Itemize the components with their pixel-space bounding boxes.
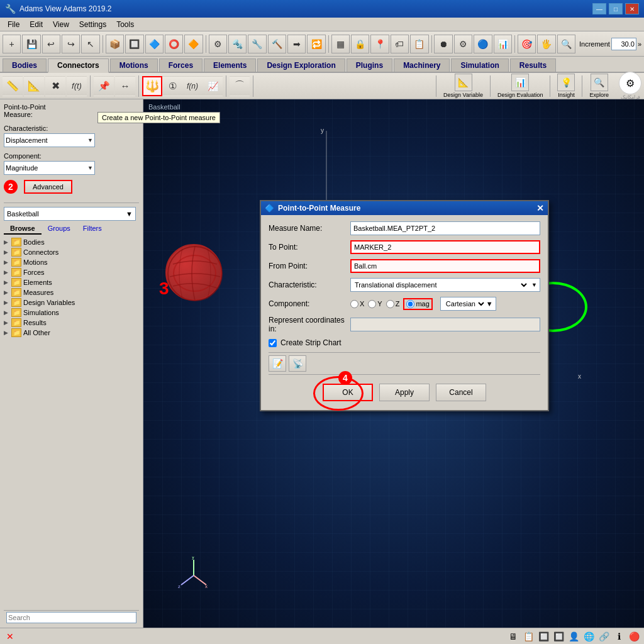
tree-item-results[interactable]: ▶ 📁 Results (4, 318, 139, 328)
maximize-button[interactable]: □ (609, 3, 623, 14)
tb2-pt2pt-btn[interactable]: 🔱 (142, 76, 162, 96)
tb2-design-eval-section[interactable]: 📊 Design Evaluation (494, 72, 547, 99)
toolbar-btn-torque[interactable]: 🔁 (307, 35, 325, 53)
radio-mag-input[interactable] (406, 300, 414, 308)
tab-connectors[interactable]: Connectors (48, 58, 109, 73)
measure-name-input[interactable] (350, 221, 540, 235)
dlg-tb-btn-1[interactable]: 📝 (269, 355, 286, 372)
tb2-cross-icon-btn[interactable]: ✖ (45, 76, 65, 96)
component-dropdown[interactable]: Magnitude ▼ (4, 161, 95, 175)
minimize-button[interactable]: — (592, 3, 606, 14)
tree-item-measures[interactable]: ▶ 📁 Measures (4, 287, 139, 297)
cartesian-select-input[interactable]: Cartesian (443, 299, 486, 308)
search-input[interactable] (6, 612, 136, 623)
cartesian-select[interactable]: Cartesian ▼ (440, 297, 496, 311)
tb2-insight-section[interactable]: 💡 Insight (553, 72, 579, 99)
tree-item-elements[interactable]: ▶ 📁 Elements (4, 277, 139, 287)
menu-tools[interactable]: Tools (111, 19, 139, 30)
radio-z-input[interactable] (386, 300, 394, 308)
inner-tab-browse[interactable]: Browse (4, 223, 42, 235)
tb2-angle-icon-btn[interactable]: 📐 (24, 76, 44, 96)
toolbar-btn-save[interactable]: 💾 (22, 35, 40, 53)
tree-item-simulations[interactable]: ▶ 📁 Simulations (4, 308, 139, 318)
toolbar-btn-redo[interactable]: ↪ (62, 35, 80, 53)
status-grid2-icon[interactable]: 🔲 (552, 630, 565, 643)
menu-settings[interactable]: Settings (74, 19, 111, 30)
toolbar-btn-box[interactable]: 🔲 (125, 35, 143, 53)
status-grid1-icon[interactable]: 🔲 (537, 630, 550, 643)
radio-z[interactable]: Z (386, 300, 400, 308)
tb2-design-variable-section[interactable]: 📐 Design Variable (440, 72, 487, 99)
tree-item-motions[interactable]: ▶ 📁 Motions (4, 257, 139, 267)
status-info-icon[interactable]: ℹ (613, 630, 625, 643)
tab-elements[interactable]: Elements (204, 58, 256, 72)
dlg-tb-btn-2[interactable]: 📡 (289, 355, 306, 372)
status-list-icon[interactable]: 📋 (522, 630, 535, 643)
toolbar-btn-table[interactable]: 📋 (410, 35, 428, 53)
increment-expand[interactable]: » (638, 40, 641, 48)
menu-view[interactable]: View (48, 19, 74, 30)
toolbar-btn-zoom[interactable]: 🔍 (557, 35, 575, 53)
strip-chart-checkbox[interactable] (269, 339, 277, 347)
toolbar-btn-sim1[interactable]: ⏺ (434, 35, 452, 53)
toolbar-btn-gear[interactable]: ⚙ (209, 35, 227, 53)
tree-item-connectors[interactable]: ▶ 📁 Connectors (4, 247, 139, 257)
from-point-input[interactable] (350, 259, 540, 273)
tb2-ruler2-icon-btn[interactable]: ↔ (115, 76, 135, 96)
toolbar-btn-undo[interactable]: ↩ (42, 35, 60, 53)
toolbar-btn-lock[interactable]: 🔒 (351, 35, 369, 53)
tab-forces[interactable]: Forces (159, 58, 203, 72)
inner-tab-filters[interactable]: Filters (77, 223, 108, 235)
tb2-chart-btn[interactable]: 📈 (203, 76, 223, 96)
toolbar-btn-cyl[interactable]: 🔷 (145, 35, 164, 53)
toolbar-btn-select[interactable]: ↖ (81, 35, 99, 53)
tb2-measure-icon-btn[interactable]: 📌 (94, 76, 114, 96)
increment-input[interactable] (611, 38, 636, 50)
characteristic-select[interactable]: Translational displacement (351, 279, 529, 291)
status-link-icon[interactable]: 🔗 (597, 630, 610, 643)
ok-button[interactable]: OK (323, 384, 373, 401)
radio-y[interactable]: Y (368, 300, 382, 308)
tab-results[interactable]: Results (510, 58, 556, 72)
toolbar-btn-point[interactable]: 📍 (370, 35, 389, 53)
toolbar-btn-marker[interactable]: 🏷 (391, 35, 409, 53)
toolbar-btn-shape[interactable]: 🔶 (184, 35, 203, 53)
toolbar-btn-view2[interactable]: 🖐 (537, 35, 555, 53)
tb2-pt2pt-2-btn[interactable]: ① (162, 76, 182, 96)
toolbar-btn-sim4[interactable]: 📊 (494, 35, 512, 53)
toolbar-btn-1[interactable]: + (3, 35, 21, 53)
status-user-icon[interactable]: 👤 (567, 630, 580, 643)
tree-item-forces[interactable]: ▶ 📁 Forces (4, 267, 139, 277)
cancel-button[interactable]: Cancel (436, 384, 486, 401)
characteristic-dropdown[interactable]: Displacement ▼ (4, 133, 95, 147)
tb2-func-icon-btn[interactable]: f(t) (67, 76, 87, 96)
tab-bodies[interactable]: Bodies (3, 58, 47, 72)
toolbar-btn-sphere[interactable]: ⭕ (165, 35, 183, 53)
tab-machinery[interactable]: Machinery (394, 58, 450, 72)
toolbar-btn-bushing[interactable]: 🔨 (268, 35, 286, 53)
tab-simulation[interactable]: Simulation (451, 58, 508, 72)
dialog-close-button[interactable]: ✕ (536, 203, 544, 213)
toolbar-btn-body[interactable]: 📦 (106, 35, 124, 53)
radio-y-input[interactable] (368, 300, 376, 308)
status-stop-icon[interactable]: 🔴 (628, 630, 640, 643)
apply-button[interactable]: Apply (379, 384, 430, 401)
toolbar-btn-sim3[interactable]: 🔵 (474, 35, 492, 53)
tab-design-exploration[interactable]: Design Exploration (257, 58, 345, 72)
toolbar-btn-spring[interactable]: 🔩 (228, 35, 247, 53)
tab-plugins[interactable]: Plugins (347, 58, 392, 72)
toolbar-btn-mesh[interactable]: ▦ (331, 35, 350, 53)
radio-x-input[interactable] (350, 300, 358, 308)
menu-edit[interactable]: Edit (25, 19, 48, 30)
tree-item-bodies[interactable]: ▶ 📁 Bodies (4, 237, 139, 247)
toolbar-btn-force[interactable]: ➡ (287, 35, 306, 53)
menu-file[interactable]: File (3, 19, 25, 30)
toolbar-btn-damper[interactable]: 🔧 (248, 35, 266, 53)
status-globe-icon[interactable]: 🌐 (582, 630, 595, 643)
toolbar-btn-view1[interactable]: 🎯 (518, 35, 536, 53)
tb2-arc-btn[interactable]: ⌒ (230, 76, 250, 96)
represent-input[interactable] (350, 318, 540, 331)
close-button[interactable]: ✕ (625, 3, 639, 14)
database-dropdown[interactable]: Basketball ▼ (4, 207, 136, 221)
advanced-button[interactable]: Advanced (24, 180, 72, 194)
